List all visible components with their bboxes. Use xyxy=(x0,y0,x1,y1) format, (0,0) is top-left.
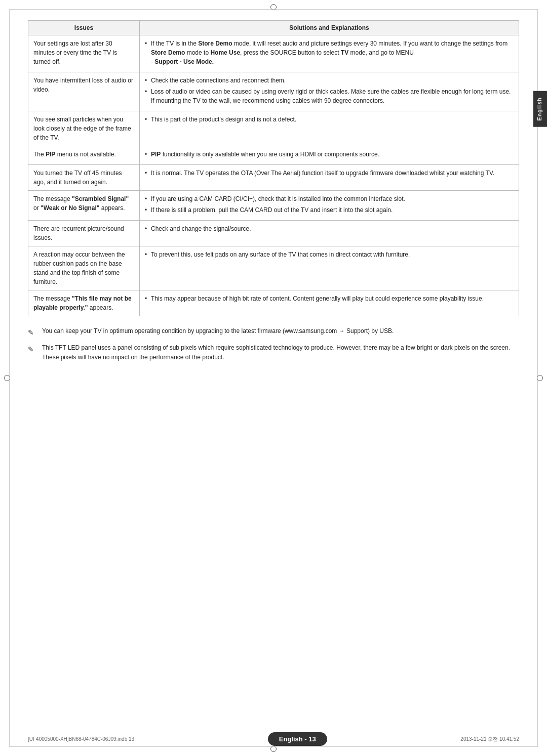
table-row: The PIP menu is not available. xyxy=(28,146,140,165)
crosshair-left xyxy=(4,375,10,381)
note-icon-1: ✎ xyxy=(28,344,39,355)
table-row: Check and change the signal/source. xyxy=(140,221,519,246)
table-row: There are recurrent picture/sound issues… xyxy=(28,221,140,246)
notes-section: ✎ You can keep your TV in optimum operat… xyxy=(28,326,519,362)
table-row: If the TV is in the Store Demo mode, it … xyxy=(140,35,519,72)
note-icon-0: ✎ xyxy=(28,327,39,338)
col-issues-header: Issues xyxy=(28,21,140,35)
note-item-1: ✎ This TFT LED panel uses a panel consis… xyxy=(28,343,519,362)
page-badge: English - 13 xyxy=(268,732,327,746)
crosshair-top xyxy=(270,4,277,10)
table-row: You see small particles when you look cl… xyxy=(28,111,140,146)
footer-date: 2013-11-21 오전 10:41:52 xyxy=(460,736,519,743)
table-row: To prevent this, use felt pads on any su… xyxy=(140,246,519,290)
table-row: It is normal. The TV operates the OTA (O… xyxy=(140,165,519,191)
table-row: The message "Scrambled Signal" or "Weak … xyxy=(28,191,140,221)
content-area: Issues Solutions and Explanations Your s… xyxy=(28,20,519,705)
footer: [UF40005000-XH]BN68-04784C-06J09.indb 13… xyxy=(0,732,547,746)
table-row: PIP functionality is only available when… xyxy=(140,146,519,165)
crosshair-bottom xyxy=(270,746,277,752)
table-row: Check the cable connections and reconnec… xyxy=(140,72,519,111)
note-item-0: ✎ You can keep your TV in optimum operat… xyxy=(28,326,519,338)
table-row: You turned the TV off 45 minutes ago, an… xyxy=(28,165,140,191)
footer-file-info: [UF40005000-XH]BN68-04784C-06J09.indb 13 xyxy=(28,736,134,742)
col-solutions-header: Solutions and Explanations xyxy=(140,21,519,35)
note-text-1: This TFT LED panel uses a panel consisti… xyxy=(42,343,519,362)
footer-center: English - 13 xyxy=(268,732,327,746)
table-row: If you are using a CAM CARD (CI/CI+), ch… xyxy=(140,191,519,221)
table-row: The message "This file may not be playab… xyxy=(28,290,140,316)
table-row: Your settings are lost after 30 minutes … xyxy=(28,35,140,72)
english-tab: English xyxy=(533,91,547,127)
note-text-0: You can keep your TV in optimum operatin… xyxy=(42,326,519,336)
table-row: You have intermittent loss of audio or v… xyxy=(28,72,140,111)
table-row: A reaction may occur between the rubber … xyxy=(28,246,140,290)
table-row: This may appear because of high bit rate… xyxy=(140,290,519,316)
issues-table: Issues Solutions and Explanations Your s… xyxy=(28,20,519,316)
crosshair-right xyxy=(537,375,543,381)
table-row: This is part of the product's design and… xyxy=(140,111,519,146)
